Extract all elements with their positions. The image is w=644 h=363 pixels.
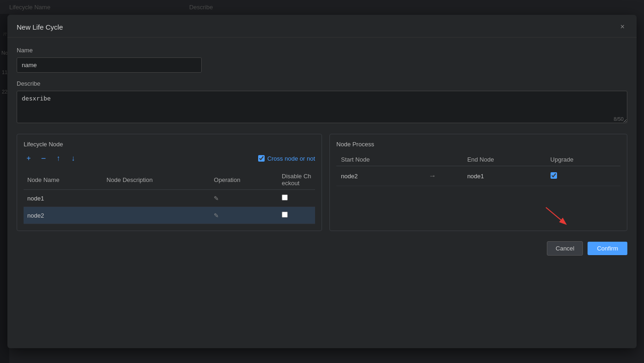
table-row[interactable]: node1 ✎: [24, 190, 315, 207]
describe-textarea[interactable]: desxribe: [17, 91, 627, 123]
name-field-row: Name: [17, 47, 627, 73]
new-lifecycle-modal: New Life Cycle × Name Describe desxribe …: [7, 15, 637, 348]
cross-node-option: Cross node or not: [258, 155, 315, 162]
table-row[interactable]: node2 → node1: [336, 166, 620, 186]
th-disable-checkout: Disable Checkout: [278, 170, 315, 190]
name-label: Name: [17, 47, 627, 54]
edit-icon[interactable]: ✎: [214, 212, 219, 219]
node-disable-cell: [278, 207, 315, 224]
node-table-header: Node Name Node Description Operation Dis…: [24, 170, 315, 190]
process-table: Start Node End Node Upgrade node2 →: [336, 153, 620, 186]
cross-node-label: Cross node or not: [267, 155, 315, 162]
node-table: Node Name Node Description Operation Dis…: [24, 170, 315, 224]
disable-checkout-checkbox-2[interactable]: [282, 212, 288, 218]
node-desc-cell: [103, 207, 210, 224]
upgrade-cell: [546, 166, 620, 186]
arrow-cell: →: [424, 166, 463, 186]
th-start-node: Start Node: [336, 153, 424, 166]
disable-checkout-checkbox-1[interactable]: [282, 194, 288, 200]
end-node-cell: node1: [463, 166, 546, 186]
process-table-header: Start Node End Node Upgrade: [336, 153, 620, 166]
node-name-cell: node2: [24, 207, 103, 224]
th-upgrade: Upgrade: [546, 153, 620, 166]
modal-header: New Life Cycle ×: [7, 15, 637, 38]
edit-icon[interactable]: ✎: [214, 195, 219, 202]
upgrade-checkbox-1[interactable]: [551, 172, 557, 179]
close-button[interactable]: ×: [618, 22, 627, 31]
panels-row: Lifecycle Node + − ↑ ↓ Cross node or not: [17, 134, 627, 231]
right-arrow-icon: →: [429, 172, 436, 180]
start-node-cell: node2: [336, 166, 424, 186]
node-op-cell: ✎: [210, 190, 278, 207]
node-name-cell: node1: [24, 190, 103, 207]
node-process-panel: Node Process Start Node End Node Upgrade: [329, 134, 627, 231]
remove-node-button[interactable]: −: [38, 153, 49, 163]
lifecycle-node-panel: Lifecycle Node + − ↑ ↓ Cross node or not: [17, 134, 322, 231]
confirm-button[interactable]: Confirm: [588, 242, 627, 255]
name-input[interactable]: [17, 57, 202, 73]
node-op-cell: ✎: [210, 207, 278, 224]
cross-node-checkbox[interactable]: [258, 155, 265, 162]
node-toolbar: + − ↑ ↓ Cross node or not: [24, 153, 315, 163]
modal-body: Name Describe desxribe 8/50 Lifecycle No…: [7, 38, 637, 231]
describe-field-row: Describe desxribe 8/50: [17, 80, 627, 125]
table-row[interactable]: node2 ✎: [24, 207, 315, 224]
th-operation: Operation: [210, 170, 278, 190]
modal-overlay: New Life Cycle × Name Describe desxribe …: [0, 0, 644, 363]
move-up-button[interactable]: ↑: [53, 153, 63, 163]
node-disable-cell: [278, 190, 315, 207]
move-down-button[interactable]: ↓: [68, 153, 78, 163]
modal-footer: Cancel Confirm: [7, 235, 637, 262]
node-desc-cell: [103, 190, 210, 207]
cancel-button[interactable]: Cancel: [547, 241, 583, 256]
describe-wrapper: desxribe 8/50: [17, 91, 627, 125]
modal-title: New Life Cycle: [17, 23, 63, 31]
describe-label: Describe: [17, 80, 627, 87]
th-node-desc: Node Description: [103, 170, 210, 190]
th-arrow: [424, 153, 463, 166]
add-node-button[interactable]: +: [24, 153, 34, 163]
th-end-node: End Node: [463, 153, 546, 166]
lifecycle-node-title: Lifecycle Node: [24, 141, 315, 148]
char-count: 8/50: [614, 116, 624, 122]
th-node-name: Node Name: [24, 170, 103, 190]
node-process-title: Node Process: [336, 141, 620, 148]
